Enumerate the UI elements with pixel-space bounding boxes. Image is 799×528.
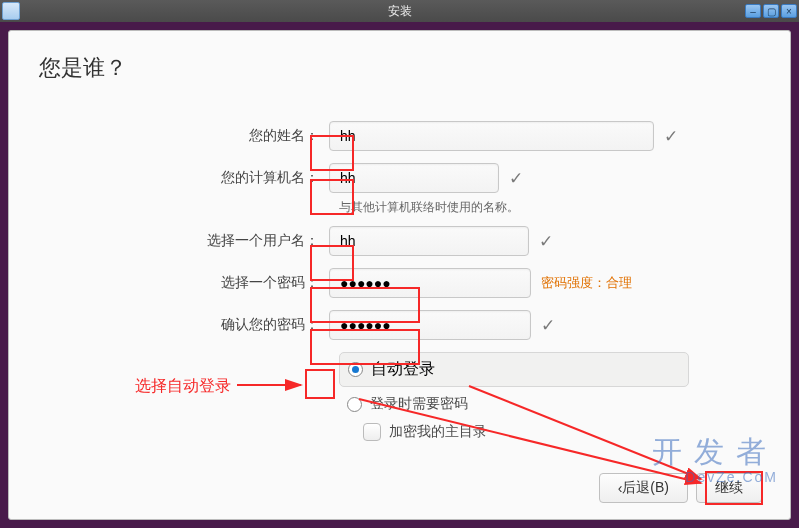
minimize-button[interactable]: – bbox=[745, 4, 761, 18]
auto-login-label: 自动登录 bbox=[371, 359, 435, 380]
titlebar: 安装 – ▢ × bbox=[0, 0, 799, 22]
check-icon: ✓ bbox=[509, 168, 523, 189]
encrypt-home-option[interactable]: 加密我的主目录 bbox=[363, 423, 760, 441]
name-label: 您的姓名： bbox=[39, 127, 329, 145]
require-password-label: 登录时需要密码 bbox=[370, 395, 468, 413]
user-input[interactable] bbox=[329, 226, 529, 256]
app-icon bbox=[2, 2, 20, 20]
user-label: 选择一个用户名： bbox=[39, 232, 329, 250]
check-icon: ✓ bbox=[664, 126, 678, 147]
name-input[interactable] bbox=[329, 121, 654, 151]
check-icon: ✓ bbox=[541, 315, 555, 336]
radio-require-password[interactable]: 登录时需要密码 bbox=[339, 391, 689, 417]
installer-panel: 您是谁？ 您的姓名： ✓ 您的计算机名： ✓ 与其他计算机联络时使用的名称。 bbox=[8, 30, 791, 520]
confirm-label: 确认您的密码： bbox=[39, 316, 329, 334]
window-title: 安装 bbox=[0, 3, 799, 20]
encrypt-label: 加密我的主目录 bbox=[389, 423, 487, 441]
host-hint: 与其他计算机联络时使用的名称。 bbox=[339, 199, 760, 216]
back-button[interactable]: ‹ 后退(B) bbox=[599, 473, 688, 503]
continue-label: 继续 bbox=[715, 479, 743, 497]
radio-auto-login[interactable]: 自动登录 bbox=[339, 352, 689, 387]
maximize-button[interactable]: ▢ bbox=[763, 4, 779, 18]
pass-label: 选择一个密码： bbox=[39, 274, 329, 292]
host-input[interactable] bbox=[329, 163, 499, 193]
confirm-input[interactable] bbox=[329, 310, 531, 340]
continue-button[interactable]: 继续 bbox=[696, 473, 762, 503]
check-icon: ✓ bbox=[539, 231, 553, 252]
radio-dot-icon bbox=[347, 397, 362, 412]
host-label: 您的计算机名： bbox=[39, 169, 329, 187]
close-button[interactable]: × bbox=[781, 4, 797, 18]
password-strength: 密码强度：合理 bbox=[541, 274, 632, 292]
checkbox-icon bbox=[363, 423, 381, 441]
radio-dot-icon bbox=[348, 362, 363, 377]
pass-input[interactable] bbox=[329, 268, 531, 298]
back-label: 后退(B) bbox=[622, 479, 669, 497]
page-title: 您是谁？ bbox=[39, 53, 760, 83]
